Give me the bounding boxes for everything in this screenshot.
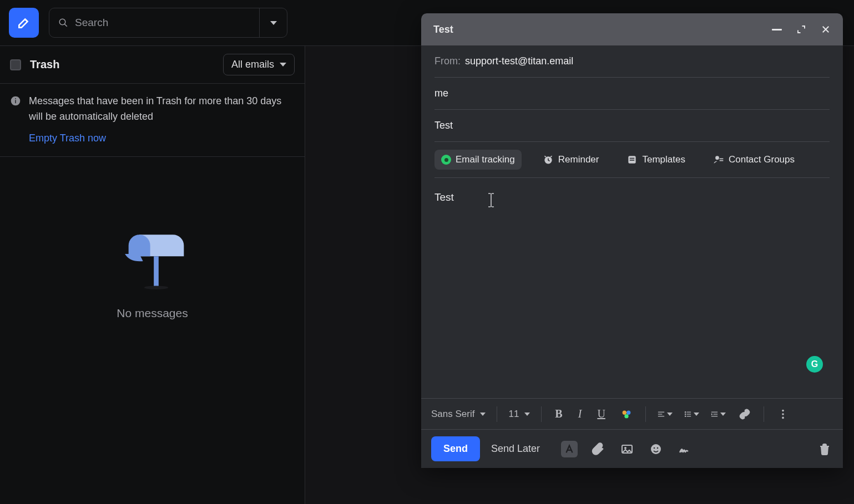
svg-point-16 [622, 410, 626, 414]
templates-button[interactable]: Templates [620, 150, 691, 170]
svg-point-39 [657, 447, 659, 449]
select-all-checkbox[interactable] [10, 59, 21, 70]
svg-rect-11 [630, 158, 634, 159]
compose-body-editor[interactable]: Test [434, 178, 830, 398]
svg-rect-14 [720, 159, 724, 160]
svg-rect-27 [686, 416, 691, 416]
compose-titlebar[interactable]: Test [421, 13, 843, 45]
chevron-down-icon [480, 413, 486, 416]
filter-dropdown[interactable]: All emails [223, 54, 295, 75]
empty-trash-link[interactable]: Empty Trash now [29, 133, 106, 144]
from-value: support-test@titan.email [465, 55, 573, 67]
attach-button[interactable] [590, 441, 607, 457]
paperclip-icon [592, 442, 605, 456]
chevron-down-icon [720, 413, 726, 416]
send-button[interactable]: Send [431, 436, 480, 461]
trash-info-banner: Messages that have been in Trash for mor… [0, 84, 305, 157]
signature-icon [678, 442, 691, 456]
align-icon [657, 408, 665, 420]
insert-image-button[interactable] [619, 441, 635, 457]
message-list-pane: Trash All emails Messages that have been… [0, 46, 305, 504]
svg-point-34 [782, 416, 784, 419]
send-later-button[interactable]: Send Later [491, 443, 540, 455]
compose-body-text: Test [434, 191, 454, 203]
search-input[interactable]: Search [49, 17, 259, 29]
svg-marker-31 [711, 413, 713, 415]
svg-point-38 [654, 447, 655, 449]
svg-rect-25 [686, 411, 691, 412]
svg-point-33 [782, 413, 784, 415]
chevron-down-icon [694, 413, 699, 416]
to-value: me [434, 88, 448, 99]
expand-icon [796, 24, 806, 34]
insert-signature-button[interactable] [676, 441, 693, 457]
minimize-button[interactable] [772, 29, 782, 30]
svg-rect-12 [630, 160, 634, 161]
svg-point-22 [685, 411, 686, 413]
svg-point-32 [782, 409, 784, 411]
image-icon [620, 442, 634, 456]
more-icon [777, 408, 789, 420]
svg-point-17 [626, 410, 630, 414]
svg-line-1 [64, 24, 67, 27]
align-button[interactable] [657, 406, 673, 422]
bold-button[interactable]: B [553, 406, 564, 422]
empty-state-label: No messages [117, 307, 188, 320]
email-tracking-toggle[interactable]: Email tracking [434, 150, 522, 170]
text-format-toggle[interactable] [561, 441, 578, 457]
compose-button[interactable] [9, 8, 39, 38]
expand-button[interactable] [796, 24, 806, 34]
close-button[interactable] [821, 24, 831, 34]
search-options-dropdown[interactable] [259, 8, 287, 37]
from-row[interactable]: From: support-test@titan.email [434, 45, 830, 78]
send-bar: Send Send Later [421, 429, 843, 468]
svg-rect-30 [711, 416, 717, 416]
grammarly-badge[interactable]: G [806, 356, 823, 373]
folder-title: Trash [30, 58, 59, 71]
mailbox-icon [117, 218, 189, 290]
subject-row[interactable]: Test [434, 110, 830, 142]
insert-emoji-button[interactable] [648, 441, 664, 457]
info-icon [10, 95, 21, 106]
to-row[interactable]: me [434, 78, 830, 110]
tracking-on-icon [441, 155, 451, 165]
font-family-select[interactable]: Sans Serif [431, 409, 486, 420]
italic-button[interactable]: I [576, 406, 584, 422]
reminder-button[interactable]: Reminder [536, 150, 606, 170]
contact-groups-icon [713, 154, 724, 165]
text-cursor-icon [487, 192, 496, 211]
svg-point-36 [624, 447, 626, 449]
chevron-down-icon [524, 413, 530, 416]
font-size-select[interactable]: 11 [508, 409, 530, 420]
svg-rect-3 [15, 100, 16, 103]
format-toolbar: Sans Serif 11 B I U [421, 398, 843, 429]
from-label: From: [434, 55, 461, 67]
empty-state: No messages [0, 157, 305, 504]
text-color-button[interactable] [619, 406, 634, 422]
list-button[interactable] [684, 406, 699, 422]
list-icon [684, 408, 692, 420]
search-placeholder: Search [75, 17, 108, 29]
svg-point-18 [624, 414, 628, 418]
svg-point-0 [59, 19, 65, 25]
trash-icon [818, 442, 831, 456]
filter-selected-label: All emails [231, 59, 274, 70]
svg-point-24 [685, 415, 686, 417]
discard-draft-button[interactable] [816, 441, 833, 457]
insert-link-button[interactable] [737, 406, 752, 422]
indent-button[interactable] [710, 406, 726, 422]
minimize-icon [772, 29, 782, 30]
subject-value: Test [434, 120, 453, 131]
contact-groups-button[interactable]: Contact Groups [706, 150, 801, 170]
chevron-down-icon [280, 63, 286, 67]
emoji-icon [649, 442, 663, 456]
more-format-button[interactable] [775, 406, 791, 422]
svg-rect-5 [154, 256, 159, 286]
svg-rect-20 [658, 414, 663, 414]
alarm-icon [543, 154, 554, 165]
svg-point-37 [651, 444, 661, 454]
svg-point-6 [144, 286, 168, 289]
link-icon [739, 408, 751, 420]
underline-button[interactable]: U [595, 406, 607, 422]
chevron-down-icon [667, 413, 673, 416]
